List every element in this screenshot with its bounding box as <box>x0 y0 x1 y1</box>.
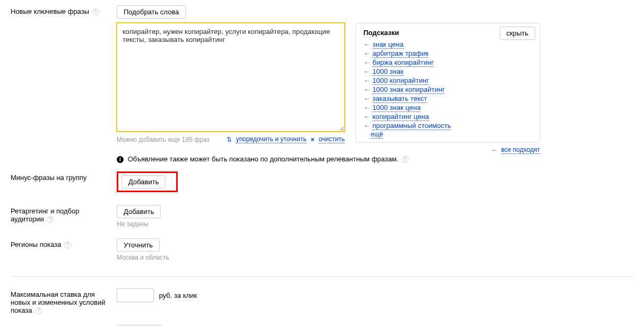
arrow-left-icon: ← <box>363 122 370 130</box>
suggestion-item[interactable]: ←знак цена <box>363 40 532 49</box>
keywords-textarea[interactable] <box>117 23 345 132</box>
retargeting-hint: Не заданы <box>117 218 633 228</box>
help-icon[interactable]: ? <box>47 216 54 223</box>
suggestion-item[interactable]: ←1000 знак цена <box>363 103 532 112</box>
clear-link[interactable]: очистить <box>319 135 345 143</box>
refine-regions-button[interactable]: Уточнить <box>117 238 160 252</box>
minus-phrases-label: Минус-фразы на группу <box>0 171 117 182</box>
add-minus-phrases-button[interactable]: Добавить <box>121 175 166 188</box>
suggestion-item[interactable]: ←биржа копирайтинг <box>363 58 532 67</box>
suggestion-link[interactable]: копирайтинг цена <box>372 113 429 121</box>
clear-icon: × <box>311 136 315 143</box>
suggestion-item[interactable]: ←1000 знак <box>363 67 532 76</box>
info-icon: i <box>117 156 124 163</box>
help-icon[interactable]: ? <box>64 242 71 248</box>
help-icon[interactable]: ? <box>92 8 99 15</box>
arrow-left-icon: ← <box>363 85 370 93</box>
suggestion-item[interactable]: ←копирайтинг цена <box>363 112 532 121</box>
suggestion-link[interactable]: 1000 знак копирайтинг <box>372 85 445 94</box>
help-icon[interactable]: ? <box>402 156 408 163</box>
help-icon[interactable]: ? <box>35 307 42 314</box>
arrow-left-icon: ← <box>363 49 370 57</box>
suggestions-panel: скрыть Подсказки ←знак цена←арбитраж тра… <box>355 23 540 143</box>
arrow-left-icon: ← <box>363 95 370 102</box>
arrow-left-icon: ← <box>491 146 498 154</box>
arrow-left-icon: ← <box>363 113 370 121</box>
suggestion-link[interactable]: арбитраж трафик <box>372 49 429 58</box>
suggest-words-button[interactable]: Подобрать слова <box>117 5 186 19</box>
suggestion-item[interactable]: ←программный стоимость <box>363 121 532 130</box>
suggestion-link[interactable]: знак цена <box>372 40 404 49</box>
suggestion-link[interactable]: биржа копирайтинг <box>372 58 434 67</box>
suggestion-item[interactable]: ←1000 знак копирайтинг <box>363 85 532 94</box>
regions-hint: Москва и область <box>117 252 633 261</box>
keywords-label: Новые ключевые фразы ? <box>0 5 117 15</box>
all-fit-link[interactable]: все подходят <box>501 146 540 154</box>
suggestion-link[interactable]: 1000 знак <box>372 67 404 76</box>
suggestion-link[interactable]: программный стоимость <box>372 122 451 130</box>
divider <box>11 276 633 277</box>
suggestions-more-link[interactable]: ещё <box>371 131 383 139</box>
retargeting-label: Ретаргетинг и подбор аудитории ? <box>0 205 117 223</box>
regions-label: Регионы показа ? <box>0 238 117 248</box>
organize-icon: ⇅ <box>227 136 232 143</box>
arrow-left-icon: ← <box>363 67 370 75</box>
max-bid-label: Максимальная ставка для новых и измененн… <box>0 288 117 314</box>
arrow-left-icon: ← <box>363 76 370 84</box>
suggestion-link[interactable]: заказывать текст <box>372 95 427 103</box>
add-retargeting-button[interactable]: Добавить <box>117 205 161 218</box>
suggestion-item[interactable]: ←1000 копирайтинг <box>363 76 532 85</box>
keywords-remaining-hint: Можно добавить еще 195 фраз <box>117 136 210 143</box>
arrow-left-icon: ← <box>363 40 370 48</box>
bid-unit-label: руб. за клик <box>159 291 197 299</box>
suggestion-item[interactable]: ←арбитраж трафик <box>363 49 532 58</box>
highlight-frame: Добавить <box>117 171 178 192</box>
suggestion-link[interactable]: 1000 знак цена <box>372 104 421 112</box>
arrow-left-icon: ← <box>363 104 370 111</box>
arrow-left-icon: ← <box>363 58 370 66</box>
info-text: Объявление также может быть показано по … <box>128 155 399 163</box>
hide-suggestions-button[interactable]: скрыть <box>500 27 536 40</box>
organize-link[interactable]: упорядочить и уточнить <box>236 135 307 143</box>
suggestion-link[interactable]: 1000 копирайтинг <box>372 76 429 85</box>
max-bid-input[interactable] <box>117 288 154 302</box>
suggestions-list: ←знак цена←арбитраж трафик←биржа копирай… <box>363 40 532 130</box>
suggestion-item[interactable]: ←заказывать текст <box>363 94 532 103</box>
